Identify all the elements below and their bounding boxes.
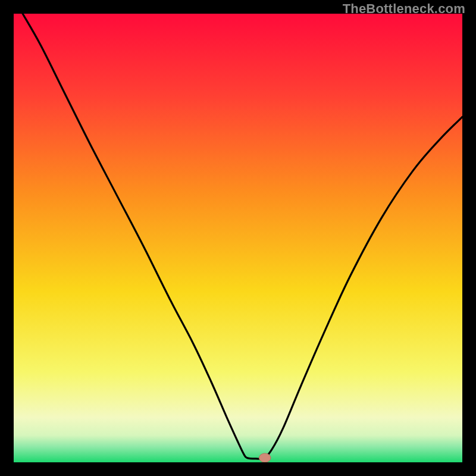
chart-frame: { "watermark": "TheBottleneck.com", "col… <box>0 0 476 476</box>
optimal-point-marker <box>259 453 271 462</box>
bottleneck-chart <box>0 0 476 476</box>
watermark-text: TheBottleneck.com <box>343 1 465 17</box>
plot-background <box>14 14 462 462</box>
